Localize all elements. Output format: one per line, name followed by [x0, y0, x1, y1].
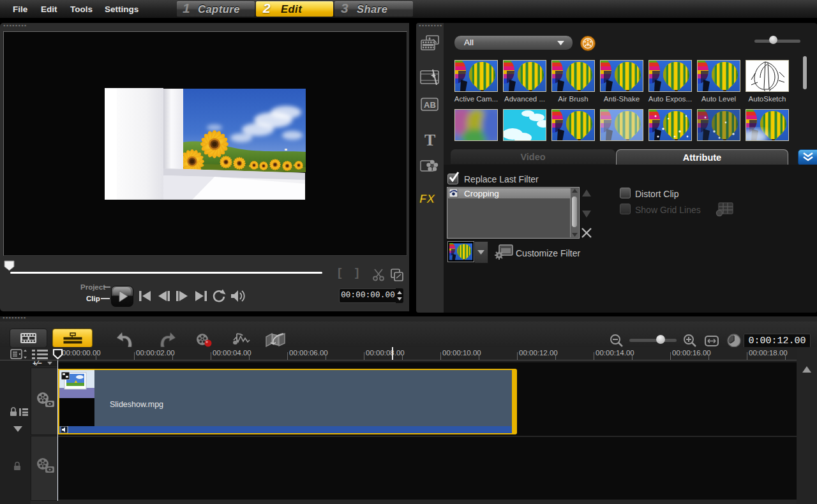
svg-text:T: T — [424, 131, 435, 149]
svg-text:FX: FX — [419, 192, 436, 205]
svg-text:AB: AB — [424, 100, 436, 110]
